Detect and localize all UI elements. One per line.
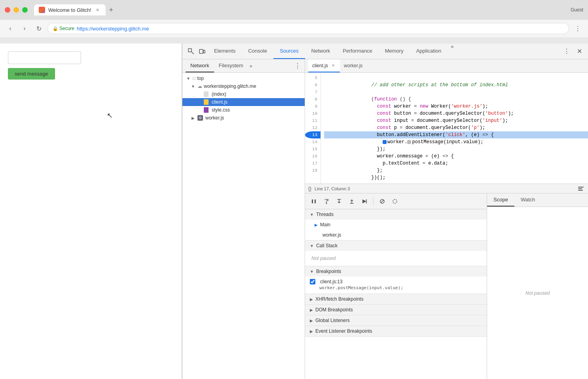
tree-item-workerjs[interactable]: ⚙ worker.js xyxy=(182,114,305,122)
tree-label-clientjs: client.js xyxy=(212,99,228,105)
line-num-7[interactable]: 7 xyxy=(305,89,321,96)
watch-tab[interactable]: Watch xyxy=(514,193,541,207)
breakpoints-label: Breakpoints xyxy=(316,269,341,274)
devtools-settings-button[interactable]: ⋮ xyxy=(561,46,572,57)
tab-close-button[interactable]: ✕ xyxy=(95,7,101,13)
line-num-12[interactable]: 12 xyxy=(305,124,321,131)
line-num-8[interactable]: 8 xyxy=(305,96,321,103)
scope-tab[interactable]: Scope xyxy=(487,193,514,207)
global-listeners-header[interactable]: ▶ Global Listeners xyxy=(305,315,487,326)
forward-button[interactable]: › xyxy=(19,23,30,34)
status-location: Line 17, Column 3 xyxy=(315,186,350,191)
new-tab-button[interactable]: + xyxy=(106,4,117,15)
svg-line-1 xyxy=(192,52,194,54)
line-num-16[interactable]: 16 xyxy=(305,153,321,160)
tab-performance[interactable]: Performance xyxy=(336,44,378,59)
global-listeners-label: Global Listeners xyxy=(315,318,350,323)
inspect-element-button[interactable] xyxy=(186,46,197,57)
dom-breakpoints-header[interactable]: ▶ DOM Breakpoints xyxy=(305,305,487,315)
deactivate-breakpoints-button[interactable] xyxy=(377,196,388,207)
close-button[interactable] xyxy=(5,7,10,13)
event-listener-breakpoints-arrow: ▶ xyxy=(310,329,313,334)
tab-console[interactable]: Console xyxy=(242,44,273,59)
tree-label-workerjs: worker.js xyxy=(205,115,224,121)
sources-subtab-filesystem[interactable]: Filesystem xyxy=(214,59,248,72)
minimize-button[interactable] xyxy=(13,7,19,13)
tree-label-domain: workerstepping.glitch.me xyxy=(204,83,256,89)
file-tab-close-clientjs[interactable]: ✕ xyxy=(330,63,336,68)
send-message-button[interactable]: send message xyxy=(8,68,55,80)
browser-menu-button[interactable]: ⋮ xyxy=(572,23,583,34)
step-out-button[interactable] xyxy=(346,196,357,207)
line-num-18[interactable]: 18 xyxy=(305,167,321,174)
thread-main-arrow: ▶ xyxy=(315,223,318,227)
reload-button[interactable]: ↻ xyxy=(33,23,44,34)
step-into-button[interactable] xyxy=(334,196,345,207)
tree-item-index[interactable]: (index) xyxy=(182,90,305,98)
sources-subtab-network[interactable]: Network xyxy=(186,59,214,72)
line-num-11[interactable]: 11 xyxy=(305,117,321,124)
tree-item-clientjs[interactable]: client.js xyxy=(182,98,305,106)
subtab-more-button[interactable]: » xyxy=(250,63,252,69)
step-over-button[interactable] xyxy=(321,196,332,207)
code-editor[interactable]: 5 6 7 8 9 10 11 12 13 14 15 16 1 xyxy=(305,73,588,184)
breakpoints-section-header[interactable]: ▼ Breakpoints xyxy=(305,266,487,277)
tree-label-top: top xyxy=(197,76,204,81)
line-num-15[interactable]: 15 xyxy=(305,146,321,153)
debug-separator xyxy=(373,197,374,205)
not-paused-label: Not paused xyxy=(525,290,550,296)
tree-item-domain[interactable]: ☁ workerstepping.glitch.me xyxy=(182,82,305,90)
xhr-breakpoints-header[interactable]: ▶ XHR/fetch Breakpoints xyxy=(305,294,487,304)
line-num-17[interactable]: 17 xyxy=(305,160,321,167)
browser-tab[interactable]: Welcome to Glitch! ✕ xyxy=(34,4,106,15)
breakpoints-section: ▼ Breakpoints client.js:13 worker.postMe xyxy=(305,266,487,294)
line-num-6[interactable]: 6 xyxy=(305,81,321,89)
threads-section-header[interactable]: ▼ Threads xyxy=(305,209,487,220)
line-num-5[interactable]: 5 xyxy=(305,74,321,81)
format-button[interactable] xyxy=(577,185,585,193)
global-listeners-arrow: ▶ xyxy=(310,318,313,323)
tree-arrow-top xyxy=(186,76,191,81)
tab-application[interactable]: Application xyxy=(410,44,448,59)
file-tab-label-clientjs: client.js xyxy=(312,63,328,68)
back-button[interactable]: ‹ xyxy=(5,23,16,34)
file-tab-clientjs[interactable]: client.js ✕ xyxy=(308,59,340,72)
tab-sources[interactable]: Sources xyxy=(273,44,305,59)
xhr-breakpoints-section: ▶ XHR/fetch Breakpoints xyxy=(305,294,487,305)
callstack-not-paused: Not paused xyxy=(305,251,487,266)
address-bar[interactable]: 🔒 Secure https://workerstepping.glitch.m… xyxy=(47,23,569,34)
callstack-section-header[interactable]: ▼ Call Stack xyxy=(305,241,487,251)
scope-watch-content: Not paused xyxy=(487,207,588,379)
scope-watch-tabs: Scope Watch xyxy=(487,193,588,207)
tab-network[interactable]: Network xyxy=(305,44,337,59)
file-tab-workerjs[interactable]: worker.js xyxy=(340,59,366,72)
pause-button[interactable] xyxy=(308,196,319,207)
svg-rect-0 xyxy=(188,49,192,52)
step-button[interactable] xyxy=(359,196,370,207)
breakpoint-label-1[interactable]: client.js:13 xyxy=(310,279,482,284)
tree-item-top[interactable]: □ top xyxy=(182,74,305,82)
line-num-13[interactable]: 13 xyxy=(305,131,321,138)
message-input[interactable] xyxy=(8,51,81,64)
tree-item-stylecss[interactable]: style.css xyxy=(182,106,305,114)
tab-memory[interactable]: Memory xyxy=(379,44,410,59)
tab-elements[interactable]: Elements xyxy=(208,44,242,59)
devtools-more-button[interactable]: » xyxy=(448,44,457,59)
line-num-9[interactable]: 9 xyxy=(305,103,321,110)
device-toggle-button[interactable] xyxy=(197,46,208,57)
line-num-10[interactable]: 10 xyxy=(305,110,321,117)
svg-rect-2 xyxy=(199,49,203,53)
dont-pause-exceptions-button[interactable] xyxy=(389,196,400,207)
svg-rect-7 xyxy=(312,199,313,203)
subtab-menu-button[interactable]: ⋮ xyxy=(294,62,302,70)
devtools-tabs: Elements Console Sources Network Perform… xyxy=(208,44,457,59)
maximize-button[interactable] xyxy=(22,7,28,13)
devtools-close-button[interactable]: ✕ xyxy=(574,46,585,57)
event-listener-breakpoints-header[interactable]: ▶ Event Listener Breakpoints xyxy=(305,326,487,336)
thread-workerjs[interactable]: worker.js xyxy=(305,230,487,240)
threads-body: ▶ Main worker.js xyxy=(305,220,487,240)
thread-main[interactable]: ▶ Main xyxy=(305,220,487,230)
line-num-14[interactable]: 14 xyxy=(305,138,321,146)
breakpoint-checkbox-1[interactable] xyxy=(310,279,315,284)
status-bar: {} Line 17, Column 3 xyxy=(305,184,588,193)
